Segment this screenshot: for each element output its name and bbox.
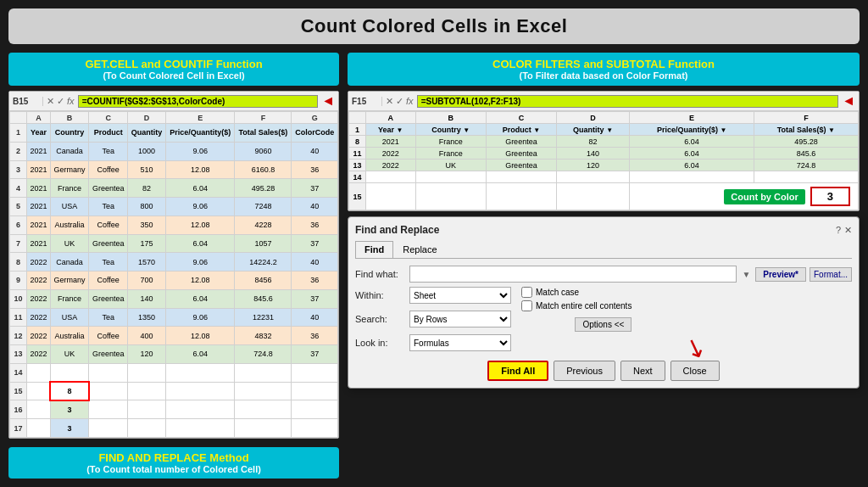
row-num-header <box>10 112 27 124</box>
find-all-button[interactable]: Find All <box>487 361 548 381</box>
right-formula-bar: F15 ✕ ✓ fx =SUBTOTAL(102,F2:F13) ◄ <box>348 92 859 111</box>
right-section-title: COLOR FILTERS and SUBTOTAL Function <box>356 58 851 70</box>
look-in-label: Look in: <box>355 338 406 348</box>
table-row: 11 2022USATea 13509.061223140 <box>10 308 338 327</box>
cell-1-country: Country <box>50 124 88 143</box>
cell-1-qty: Quantity <box>128 124 166 143</box>
within-row: Within: Sheet <box>355 287 511 304</box>
cell-b15: 8 <box>50 382 88 400</box>
col-d-header: D <box>128 112 166 124</box>
right-table-row-11: 11 2022FranceGreentea 1406.04845.6 <box>349 148 859 160</box>
left-cell-ref: B15 <box>13 97 43 106</box>
bottom-left-section-header: FIND AND REPLACE Method (To Count total … <box>8 447 339 479</box>
find-replace-dialog: Find and Replace ? ✕ Find Replace Find w… <box>348 216 860 389</box>
table-row: 5 2021USATea 8009.06724840 <box>10 198 338 216</box>
checkbox-group: Match case Match entire cell contents Op… <box>521 287 632 355</box>
search-label: Search: <box>355 314 406 324</box>
look-in-dropdown[interactable]: Formulas <box>409 334 511 351</box>
cell-1-product: Product <box>89 124 128 143</box>
dialog-bottom-buttons: Find All Previous Next Close <box>355 361 852 381</box>
right-formula-arrow: ◄ <box>842 93 855 109</box>
left-formula-input[interactable]: =COUNTIF($G$2:$G$13,ColorCode) <box>78 95 319 108</box>
right-col-f: F <box>754 112 858 124</box>
col-e-header: E <box>166 112 235 124</box>
table-row: 17 3 <box>10 419 338 438</box>
close-button[interactable]: Close <box>670 361 720 381</box>
dialog-close-button[interactable]: ✕ <box>844 225 852 236</box>
dropdown-arrow: ▼ <box>742 270 750 279</box>
right-table-row-15: 15 Count by Color 3 <box>349 183 859 210</box>
right-spreadsheet-table: A B C D E F 1 Year ▼ Country ▼ <box>348 111 859 210</box>
table-row: 16 3 <box>10 400 338 419</box>
match-case-label: Match case <box>536 288 579 297</box>
tab-replace[interactable]: Replace <box>393 241 446 258</box>
right-section-header: COLOR FILTERS and SUBTOTAL Function (To … <box>348 53 860 86</box>
within-label: Within: <box>355 290 406 300</box>
dialog-title: Find and Replace <box>355 224 439 236</box>
bottom-left-title: FIND AND REPLACE Method <box>17 451 331 464</box>
title-bar: Count Colored Cells in Excel <box>8 8 860 44</box>
left-section-subtitle: (To Count Colored Cell in Excel) <box>17 70 331 81</box>
match-case-checkbox[interactable] <box>521 287 532 298</box>
find-what-input[interactable] <box>409 266 737 283</box>
right-formula-input[interactable]: =SUBTOTAL(102,F2:F13) <box>417 95 839 108</box>
right-row-header <box>349 112 366 124</box>
col-b-header: B <box>50 112 88 124</box>
right-excel-window: F15 ✕ ✓ fx =SUBTOTAL(102,F2:F13) ◄ A B C… <box>348 91 860 211</box>
count-by-color-value: 3 <box>810 187 850 206</box>
cell-1-year: Year <box>27 124 51 143</box>
row-header-1: 1 <box>10 124 27 143</box>
table-row: 7 2021UKGreentea 1756.04105737 <box>10 234 338 253</box>
table-row: 6 2021AustraliaCoffee 35012.08422836 <box>10 216 338 234</box>
left-formula-bar: B15 ✕ ✓ fx =COUNTIF($G$2:$G$13,ColorCode… <box>9 92 338 111</box>
within-dropdown[interactable]: Sheet <box>409 287 511 304</box>
table-row: 8 2022CanadaTea 15709.0614224.240 <box>10 253 338 271</box>
left-section-title: GET.CELL and COUNTIF Function <box>17 58 331 70</box>
right-formula-icons: ✕ ✓ fx <box>386 96 414 107</box>
table-row: 4 2021FranceGreentea 826.04495.2837 <box>10 179 338 198</box>
format-button[interactable]: Format... <box>810 267 852 282</box>
right-table-row-14: 14 <box>349 171 859 183</box>
table-row: 3 2021GermanyCoffee 51012.086160.836 <box>10 160 338 179</box>
search-dropdown[interactable]: By Rows <box>409 311 511 327</box>
cell-1-price: Price/Quantity($) <box>166 124 235 143</box>
col-g-header: G <box>292 112 338 124</box>
cell-1-colorcode: ColorCode <box>292 124 338 143</box>
dialog-tabs: Find Replace <box>355 241 852 259</box>
match-entire-checkbox[interactable] <box>521 300 532 311</box>
left-excel-window: B15 ✕ ✓ fx =COUNTIF($G$2:$G$13,ColorCode… <box>8 91 339 439</box>
col-a-header: A <box>27 112 51 124</box>
options-button[interactable]: Options << <box>575 317 632 332</box>
col-c-header: C <box>89 112 128 124</box>
right-cell-ref: F15 <box>352 97 382 106</box>
table-row-15: 15 8 <box>10 382 338 400</box>
bottom-left-subtitle: (To Count total number of Colored Cell) <box>17 464 331 474</box>
find-what-label: Find what: <box>355 269 406 279</box>
tab-find[interactable]: Find <box>355 241 393 258</box>
previous-button[interactable]: Previous <box>554 361 615 381</box>
formula-icons: ✕ ✓ fx <box>47 96 75 107</box>
right-table-row-8: 8 2021FranceGreentea 826.04495.28 <box>349 136 859 148</box>
match-case-row: Match case <box>521 287 632 298</box>
table-row: 14 <box>10 363 338 382</box>
right-table-row-13: 13 2022UKGreentea 1206.04724.8 <box>349 160 859 171</box>
table-row: 12 2022AustraliaCoffee 40012.08483236 <box>10 327 338 345</box>
right-col-e: E <box>630 112 754 124</box>
count-by-color-label: Count by Color <box>724 189 804 204</box>
left-spreadsheet-table: A B C D E F G 1 Year Count <box>9 111 338 438</box>
right-col-c: C <box>487 112 557 124</box>
col-f-header: F <box>235 112 292 124</box>
page-title: Count Colored Cells in Excel <box>8 15 860 37</box>
match-entire-row: Match entire cell contents <box>521 300 632 311</box>
formula-left-arrow: ◄ <box>321 93 335 109</box>
right-col-d: D <box>556 112 630 124</box>
preview-button[interactable]: Preview* <box>755 267 806 282</box>
look-in-row: Look in: Formulas <box>355 334 511 351</box>
table-row: 10 2022FranceGreentea 1406.04845.637 <box>10 289 338 308</box>
table-row: 13 2022UKGreentea 1206.04724.837 <box>10 345 338 364</box>
table-row: 2 2021CanadaTea 10009.06906040 <box>10 142 338 160</box>
match-entire-label: Match entire cell contents <box>536 301 632 311</box>
dialog-help-button[interactable]: ? <box>836 225 841 235</box>
right-section-subtitle: (To Filter data based on Color Format) <box>356 70 851 81</box>
next-button[interactable]: Next <box>620 361 665 381</box>
